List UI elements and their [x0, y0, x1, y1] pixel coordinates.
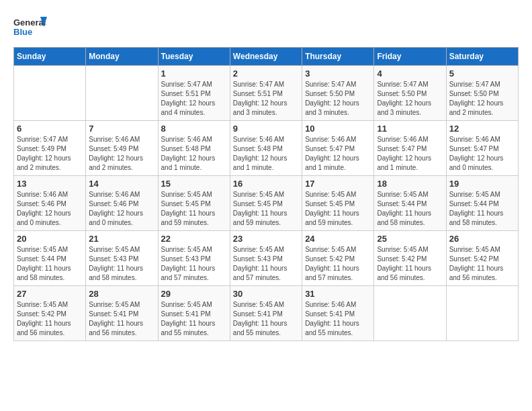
- header-day-thursday: Thursday: [302, 48, 374, 66]
- day-info: Sunrise: 5:47 AM Sunset: 5:50 PM Dayligh…: [377, 80, 443, 118]
- calendar-cell: 26Sunrise: 5:45 AM Sunset: 5:42 PM Dayli…: [446, 231, 518, 286]
- day-number: 15: [161, 179, 227, 189]
- day-info: Sunrise: 5:45 AM Sunset: 5:43 PM Dayligh…: [161, 245, 227, 283]
- day-number: 12: [449, 124, 515, 134]
- day-number: 31: [305, 289, 371, 299]
- day-number: 8: [161, 124, 227, 134]
- day-number: 18: [377, 179, 443, 189]
- day-info: Sunrise: 5:47 AM Sunset: 5:51 PM Dayligh…: [161, 80, 227, 118]
- calendar-cell: 5Sunrise: 5:47 AM Sunset: 5:50 PM Daylig…: [446, 66, 518, 121]
- day-info: Sunrise: 5:46 AM Sunset: 5:47 PM Dayligh…: [377, 135, 443, 173]
- calendar-cell: 14Sunrise: 5:46 AM Sunset: 5:46 PM Dayli…: [86, 176, 158, 231]
- day-info: Sunrise: 5:46 AM Sunset: 5:46 PM Dayligh…: [89, 190, 154, 228]
- calendar-cell: 4Sunrise: 5:47 AM Sunset: 5:50 PM Daylig…: [374, 66, 446, 121]
- day-number: 5: [449, 68, 515, 79]
- calendar-cell: 23Sunrise: 5:45 AM Sunset: 5:43 PM Dayli…: [230, 231, 302, 286]
- day-number: 19: [449, 179, 515, 189]
- day-info: Sunrise: 5:46 AM Sunset: 5:48 PM Dayligh…: [233, 135, 299, 173]
- day-number: 24: [305, 234, 371, 244]
- calendar-cell: 28Sunrise: 5:45 AM Sunset: 5:41 PM Dayli…: [86, 286, 158, 341]
- calendar-cell: 29Sunrise: 5:45 AM Sunset: 5:41 PM Dayli…: [158, 286, 230, 341]
- calendar-cell: [14, 66, 86, 121]
- day-info: Sunrise: 5:46 AM Sunset: 5:47 PM Dayligh…: [449, 135, 515, 173]
- day-number: 2: [233, 68, 299, 79]
- day-number: 23: [233, 234, 299, 244]
- day-info: Sunrise: 5:45 AM Sunset: 5:45 PM Dayligh…: [305, 190, 371, 228]
- week-row-5: 27Sunrise: 5:45 AM Sunset: 5:42 PM Dayli…: [14, 286, 519, 341]
- logo-svg: GeneralBlue: [13, 13, 47, 40]
- calendar-body: 1Sunrise: 5:47 AM Sunset: 5:51 PM Daylig…: [14, 66, 519, 341]
- header-day-monday: Monday: [86, 48, 158, 66]
- calendar-cell: 7Sunrise: 5:46 AM Sunset: 5:49 PM Daylig…: [86, 121, 158, 176]
- day-info: Sunrise: 5:47 AM Sunset: 5:50 PM Dayligh…: [449, 80, 515, 118]
- calendar-cell: 22Sunrise: 5:45 AM Sunset: 5:43 PM Dayli…: [158, 231, 230, 286]
- day-number: 25: [377, 234, 443, 244]
- day-number: 13: [17, 179, 83, 189]
- day-number: 29: [161, 289, 227, 299]
- calendar-cell: 12Sunrise: 5:46 AM Sunset: 5:47 PM Dayli…: [446, 121, 518, 176]
- header-day-tuesday: Tuesday: [158, 48, 230, 66]
- week-row-2: 6Sunrise: 5:47 AM Sunset: 5:49 PM Daylig…: [14, 121, 519, 176]
- day-info: Sunrise: 5:45 AM Sunset: 5:42 PM Dayligh…: [305, 245, 371, 283]
- day-info: Sunrise: 5:45 AM Sunset: 5:41 PM Dayligh…: [161, 300, 227, 338]
- header-day-friday: Friday: [374, 48, 446, 66]
- calendar-cell: 19Sunrise: 5:45 AM Sunset: 5:44 PM Dayli…: [446, 176, 518, 231]
- calendar-cell: 27Sunrise: 5:45 AM Sunset: 5:42 PM Dayli…: [14, 286, 86, 341]
- day-number: 3: [305, 68, 371, 79]
- day-info: Sunrise: 5:45 AM Sunset: 5:44 PM Dayligh…: [449, 190, 515, 228]
- week-row-1: 1Sunrise: 5:47 AM Sunset: 5:51 PM Daylig…: [14, 66, 519, 121]
- day-number: 4: [377, 68, 443, 79]
- header-day-wednesday: Wednesday: [230, 48, 302, 66]
- day-number: 14: [89, 179, 154, 189]
- calendar-cell: 8Sunrise: 5:46 AM Sunset: 5:48 PM Daylig…: [158, 121, 230, 176]
- day-number: 26: [449, 234, 515, 244]
- day-info: Sunrise: 5:45 AM Sunset: 5:44 PM Dayligh…: [377, 190, 443, 228]
- day-number: 7: [89, 124, 154, 134]
- day-info: Sunrise: 5:45 AM Sunset: 5:43 PM Dayligh…: [89, 245, 154, 283]
- week-row-3: 13Sunrise: 5:46 AM Sunset: 5:46 PM Dayli…: [14, 176, 519, 231]
- calendar-cell: 30Sunrise: 5:45 AM Sunset: 5:41 PM Dayli…: [230, 286, 302, 341]
- day-number: 21: [89, 234, 154, 244]
- calendar-cell: 2Sunrise: 5:47 AM Sunset: 5:51 PM Daylig…: [230, 66, 302, 121]
- day-info: Sunrise: 5:46 AM Sunset: 5:49 PM Dayligh…: [89, 135, 154, 173]
- day-info: Sunrise: 5:46 AM Sunset: 5:41 PM Dayligh…: [305, 300, 371, 338]
- day-info: Sunrise: 5:46 AM Sunset: 5:48 PM Dayligh…: [161, 135, 227, 173]
- calendar-cell: 31Sunrise: 5:46 AM Sunset: 5:41 PM Dayli…: [302, 286, 374, 341]
- day-info: Sunrise: 5:45 AM Sunset: 5:42 PM Dayligh…: [377, 245, 443, 283]
- day-info: Sunrise: 5:45 AM Sunset: 5:45 PM Dayligh…: [233, 190, 299, 228]
- day-number: 1: [161, 68, 227, 79]
- day-number: 20: [17, 234, 83, 244]
- calendar-cell: 9Sunrise: 5:46 AM Sunset: 5:48 PM Daylig…: [230, 121, 302, 176]
- svg-text:Blue: Blue: [13, 27, 32, 37]
- day-info: Sunrise: 5:45 AM Sunset: 5:41 PM Dayligh…: [233, 300, 299, 338]
- calendar-cell: [86, 66, 158, 121]
- calendar-cell: 15Sunrise: 5:45 AM Sunset: 5:45 PM Dayli…: [158, 176, 230, 231]
- day-info: Sunrise: 5:45 AM Sunset: 5:41 PM Dayligh…: [89, 300, 154, 338]
- calendar-cell: 1Sunrise: 5:47 AM Sunset: 5:51 PM Daylig…: [158, 66, 230, 121]
- day-info: Sunrise: 5:46 AM Sunset: 5:46 PM Dayligh…: [17, 190, 83, 228]
- calendar-header-row: SundayMondayTuesdayWednesdayThursdayFrid…: [14, 48, 519, 66]
- calendar-cell: 21Sunrise: 5:45 AM Sunset: 5:43 PM Dayli…: [86, 231, 158, 286]
- day-number: 22: [161, 234, 227, 244]
- calendar-cell: 11Sunrise: 5:46 AM Sunset: 5:47 PM Dayli…: [374, 121, 446, 176]
- calendar-cell: 17Sunrise: 5:45 AM Sunset: 5:45 PM Dayli…: [302, 176, 374, 231]
- day-number: 11: [377, 124, 443, 134]
- page-header: GeneralBlue: [13, 13, 519, 40]
- calendar-cell: 16Sunrise: 5:45 AM Sunset: 5:45 PM Dayli…: [230, 176, 302, 231]
- calendar-cell: [446, 286, 518, 341]
- day-number: 16: [233, 179, 299, 189]
- header-day-saturday: Saturday: [446, 48, 518, 66]
- day-number: 6: [17, 124, 83, 134]
- calendar-cell: 3Sunrise: 5:47 AM Sunset: 5:50 PM Daylig…: [302, 66, 374, 121]
- day-number: 9: [233, 124, 299, 134]
- day-info: Sunrise: 5:45 AM Sunset: 5:43 PM Dayligh…: [233, 245, 299, 283]
- header-day-sunday: Sunday: [14, 48, 86, 66]
- day-info: Sunrise: 5:47 AM Sunset: 5:50 PM Dayligh…: [305, 80, 371, 118]
- calendar-cell: [374, 286, 446, 341]
- day-info: Sunrise: 5:45 AM Sunset: 5:45 PM Dayligh…: [161, 190, 227, 228]
- logo: GeneralBlue: [13, 13, 47, 40]
- day-number: 27: [17, 289, 83, 299]
- day-info: Sunrise: 5:47 AM Sunset: 5:49 PM Dayligh…: [17, 135, 83, 173]
- calendar-cell: 24Sunrise: 5:45 AM Sunset: 5:42 PM Dayli…: [302, 231, 374, 286]
- calendar-cell: 13Sunrise: 5:46 AM Sunset: 5:46 PM Dayli…: [14, 176, 86, 231]
